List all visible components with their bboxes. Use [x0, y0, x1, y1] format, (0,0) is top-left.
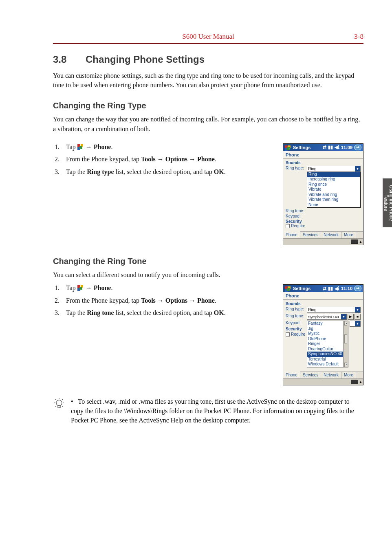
dropdown-arrow-icon[interactable]: ▼ [355, 321, 360, 326]
tone-option[interactable]: RoaringGuitar [307, 347, 348, 352]
ok-button[interactable]: ok [354, 286, 361, 291]
tone-option[interactable]: Mystic [307, 331, 348, 336]
volume-icon: ◀ἰ [335, 145, 339, 150]
start-icon [77, 285, 84, 291]
phone-label: Phone [283, 292, 363, 300]
dropdown-option[interactable]: Ring [307, 172, 360, 177]
tab-more[interactable]: More [341, 232, 356, 238]
dropdown-option[interactable]: Ring once [307, 182, 360, 187]
connectivity-icon: ⇄ [323, 286, 326, 291]
dropdown-option[interactable]: Vibrate and ring [307, 192, 360, 198]
manual-title: S600 User Manual [77, 33, 339, 41]
bullet-icon: • [71, 398, 73, 405]
tone-option[interactable]: Jig [307, 326, 348, 332]
ring-type-label: Ring type: [286, 166, 307, 170]
signal-icon: ▮▮ [328, 286, 333, 291]
tab-phone[interactable]: Phone [283, 372, 300, 378]
require-label: Require [291, 224, 305, 228]
start-icon [77, 144, 84, 150]
scroll-down-icon[interactable]: ▼ [344, 363, 347, 367]
tone-option[interactable]: Terrestrial [307, 357, 348, 362]
ring-type-select[interactable]: Ring ▼ [307, 166, 361, 172]
stop-button[interactable]: ■ [355, 314, 361, 320]
dropdown-arrow-icon[interactable]: ▼ [341, 314, 346, 319]
ring-type-dropdown[interactable]: Ring Increasing ring Ring once Vibrate V… [307, 172, 361, 208]
dropdown-arrow-icon[interactable]: ▼ [355, 166, 360, 172]
tab-services[interactable]: Services [300, 232, 321, 238]
dropdown-option[interactable]: Vibrate [307, 187, 360, 192]
window-titlebar: Settings ⇄ ▮▮ ◀ἰ 11:09 ok [283, 144, 363, 151]
step-1: Tap → Phone. [61, 143, 240, 152]
page-header: S600 User Manual 3-8 [53, 33, 363, 44]
dropdown-option[interactable]: Increasing ring [307, 177, 360, 182]
ring-tone-listbox[interactable]: Fantasy Jig Mystic OldPhone Ringer Roari… [307, 321, 348, 367]
require-checkbox[interactable] [286, 224, 290, 228]
keypad-label: Keypad: [286, 214, 307, 218]
step-3: Tap the Ring type list, select the desir… [61, 167, 240, 176]
sounds-group-label: Sounds [286, 301, 361, 306]
ring-tone-heading: Changing the Ring Tone [53, 257, 363, 266]
keypad-select[interactable]: ▼ [350, 321, 361, 327]
svg-line-6 [62, 399, 63, 400]
security-group-label: Security [286, 219, 361, 224]
tone-option[interactable]: Ringer [307, 341, 348, 347]
section-title: Changing Phone Settings [86, 54, 205, 65]
input-arrow-icon[interactable]: ▲ [359, 240, 362, 244]
lightbulb-icon [53, 397, 65, 425]
start-icon[interactable] [285, 286, 291, 292]
window-titlebar: Settings ⇄ ▮▮ ◀ἰ 11:10 ok [283, 285, 363, 292]
tone-option[interactable]: Fantasy [307, 321, 348, 326]
require-row: Require [286, 224, 361, 228]
require-checkbox[interactable] [286, 332, 290, 336]
chapter-thumb-tab: Using the Phone Feature [383, 178, 392, 227]
tip-text: •To select .wav, .mid or .wma files as y… [71, 397, 363, 425]
tone-option[interactable]: Windows Default [307, 362, 348, 367]
section-number: 3.8 [53, 54, 86, 65]
tab-network[interactable]: Network [321, 372, 341, 378]
keyboard-icon[interactable] [351, 240, 358, 244]
step-2: From the Phone keypad, tap Tools → Optio… [61, 296, 240, 305]
ring-type-select[interactable]: Ring ▼ [307, 307, 361, 313]
ring-tone-label: Ring tone: [286, 209, 307, 213]
input-panel-bar: ▲ [283, 378, 363, 385]
input-arrow-icon[interactable]: ▲ [359, 380, 362, 384]
play-button[interactable]: ▶ [348, 314, 354, 320]
window-title: Settings [293, 145, 311, 150]
svg-line-5 [55, 399, 56, 400]
volume-icon: ◀ἰ [335, 286, 339, 291]
section-intro: You can customize phone settings, such a… [53, 71, 363, 90]
ring-type-heading: Changing the Ring Type [53, 101, 363, 110]
keypad-label: Keypad: [286, 321, 307, 325]
input-panel-bar: ▲ [283, 238, 363, 245]
tab-services[interactable]: Services [300, 372, 321, 378]
dropdown-arrow-icon[interactable]: ▼ [355, 307, 360, 312]
ring-tone-select[interactable]: SymphoniesNO.40 ▼ [307, 314, 347, 320]
tone-option[interactable]: OldPhone [307, 336, 348, 342]
step-2: From the Phone keypad, tap Tools → Optio… [61, 155, 240, 164]
ring-tone-label: Ring tone: [286, 314, 307, 318]
security-group-label: Security [286, 327, 307, 331]
tab-network[interactable]: Network [321, 232, 341, 238]
tab-more[interactable]: More [341, 372, 356, 378]
keyboard-icon[interactable] [351, 380, 358, 384]
svg-point-0 [56, 400, 62, 406]
ring-tone-intro: You can select a different sound to noti… [53, 270, 363, 279]
start-icon[interactable] [285, 145, 291, 151]
ring-type-intro: You can change the way that you are noti… [53, 114, 363, 133]
clock-text: 11:10 [341, 286, 352, 291]
step-3: Tap the Ring tone list, select the desir… [61, 308, 240, 317]
section-heading: 3.8Changing Phone Settings [53, 54, 363, 65]
ring-type-label: Ring type: [286, 307, 307, 311]
svg-line-7 [55, 406, 56, 407]
scrollbar[interactable]: ▲ ▼ [343, 321, 348, 367]
dropdown-option[interactable]: None [307, 202, 360, 208]
require-row: Require [286, 332, 307, 336]
tone-option[interactable]: SymphoniesNO.40 [307, 352, 348, 357]
clock-text: 11:09 [341, 145, 352, 150]
tab-phone[interactable]: Phone [283, 231, 300, 238]
dropdown-option[interactable]: Vibrate then ring [307, 197, 360, 202]
ok-button[interactable]: ok [354, 145, 361, 150]
scroll-thumb[interactable] [344, 334, 347, 343]
svg-line-8 [62, 406, 63, 407]
scroll-up-icon[interactable]: ▲ [344, 321, 347, 325]
